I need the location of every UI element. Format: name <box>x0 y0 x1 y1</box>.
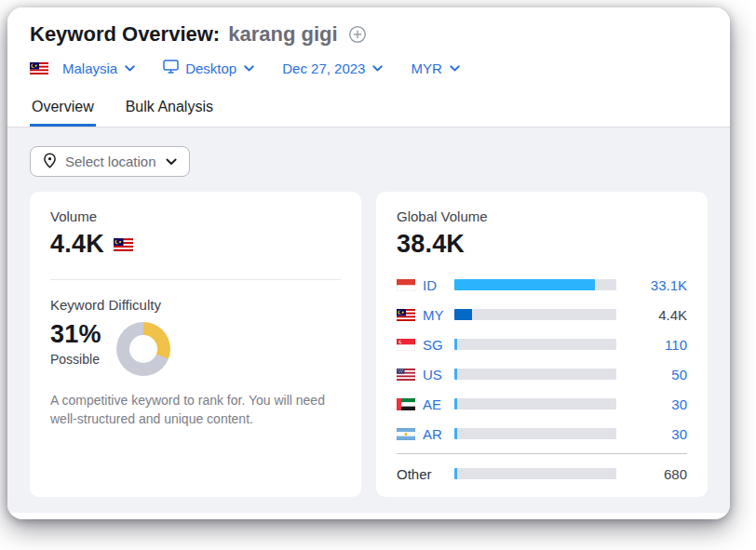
flag-indonesia-icon <box>397 279 415 291</box>
keyword-difficulty-description: A competitive keyword to rank for. You w… <box>50 391 341 429</box>
global-volume-title: Global Volume <box>397 208 687 224</box>
kd-donut-chart <box>116 322 170 376</box>
location-pin-icon <box>43 153 57 171</box>
cards-row: Volume 4.4K Keyword Difficulty 31% Possi… <box>30 192 708 497</box>
date-filter[interactable]: Dec 27, 2023 <box>282 60 383 76</box>
volume-bar <box>454 428 616 439</box>
volume-bar <box>454 309 616 320</box>
other-volume-value: 680 <box>631 466 687 482</box>
volume-title: Volume <box>50 208 341 224</box>
select-location-button[interactable]: Select location <box>30 146 190 177</box>
global-volume-rows: ID 33.1K MY 4.4K SG 110 <box>397 270 687 489</box>
country-row-us: US 50 <box>397 359 687 389</box>
tab-bulk-analysis[interactable]: Bulk Analysis <box>124 89 215 127</box>
volume-bar <box>454 398 616 409</box>
country-row-my: MY 4.4K <box>397 300 687 329</box>
other-row: Other 680 <box>397 459 687 489</box>
chevron-down-icon <box>372 65 383 72</box>
country-volume-value: 4.4K <box>631 307 687 323</box>
location-filter-label: Malaysia <box>62 60 117 76</box>
date-filter-label: Dec 27, 2023 <box>282 60 365 76</box>
tab-bar: Overview Bulk Analysis <box>7 89 730 127</box>
volume-bar <box>454 369 616 380</box>
country-row-ae: AE 30 <box>397 389 687 419</box>
content-area: Select location Volume 4.4K Keyword Diff… <box>7 127 730 513</box>
add-keyword-icon[interactable] <box>348 25 367 44</box>
flag-argentina-icon <box>397 428 415 440</box>
filter-row: Malaysia Desktop Dec 27, 2023 MYR <box>30 60 708 76</box>
keyword-difficulty-level: Possible <box>50 352 101 367</box>
country-row-id: ID 33.1K <box>397 270 687 300</box>
volume-value: 4.4K <box>50 230 104 259</box>
country-volume-value[interactable]: 30 <box>631 426 687 442</box>
country-code-link[interactable]: ID <box>423 277 454 293</box>
volume-bar <box>454 468 616 479</box>
device-filter[interactable]: Desktop <box>163 60 254 76</box>
keyword-text: karang gigi <box>228 22 337 47</box>
country-volume-value[interactable]: 110 <box>631 337 687 353</box>
global-volume-value: 38.4K <box>397 230 465 259</box>
country-code-link[interactable]: US <box>423 367 454 382</box>
flag-malaysia-icon <box>30 62 48 74</box>
keyword-difficulty-title: Keyword Difficulty <box>50 297 341 313</box>
country-code-link[interactable]: AR <box>423 426 454 442</box>
flag-malaysia-icon <box>114 238 133 251</box>
other-row-divider <box>397 453 687 454</box>
other-label: Other <box>397 466 454 482</box>
chevron-down-icon <box>125 65 135 72</box>
volume-card: Volume 4.4K Keyword Difficulty 31% Possi… <box>30 192 361 497</box>
keyword-overview-panel: Keyword Overview: karang gigi Malaysia D… <box>7 7 730 519</box>
currency-filter-label: MYR <box>411 60 441 76</box>
country-code-link[interactable]: AE <box>423 396 454 412</box>
card-divider <box>50 279 341 280</box>
flag-singapore-icon <box>397 339 415 351</box>
header: Keyword Overview: karang gigi Malaysia D… <box>7 7 730 127</box>
country-row-sg: SG 110 <box>397 329 687 359</box>
desktop-icon <box>163 60 179 76</box>
country-code-link[interactable]: MY <box>423 307 454 323</box>
flag-us-icon <box>397 369 415 381</box>
volume-bar <box>454 279 616 290</box>
country-volume-value[interactable]: 50 <box>631 367 687 382</box>
currency-filter[interactable]: MYR <box>411 60 459 76</box>
chevron-down-icon <box>450 65 460 72</box>
title-row: Keyword Overview: karang gigi <box>30 22 708 47</box>
flag-malaysia-icon <box>397 309 415 321</box>
location-filter[interactable]: Malaysia <box>30 60 135 76</box>
select-location-label: Select location <box>65 154 156 169</box>
keyword-difficulty-value: 31% <box>50 320 101 349</box>
country-volume-value[interactable]: 33.1K <box>631 277 687 293</box>
tab-overview[interactable]: Overview <box>30 89 96 127</box>
country-code-link[interactable]: SG <box>423 337 454 353</box>
volume-bar <box>454 339 616 350</box>
chevron-down-icon <box>166 158 177 166</box>
country-row-ar: AR 30 <box>397 419 687 449</box>
device-filter-label: Desktop <box>185 60 236 76</box>
global-volume-card: Global Volume 38.4K ID 33.1K MY <box>376 192 708 497</box>
page-title: Keyword Overview: <box>30 22 220 47</box>
country-volume-value[interactable]: 30 <box>631 396 687 412</box>
chevron-down-icon <box>244 65 254 72</box>
flag-uae-icon <box>397 398 415 410</box>
